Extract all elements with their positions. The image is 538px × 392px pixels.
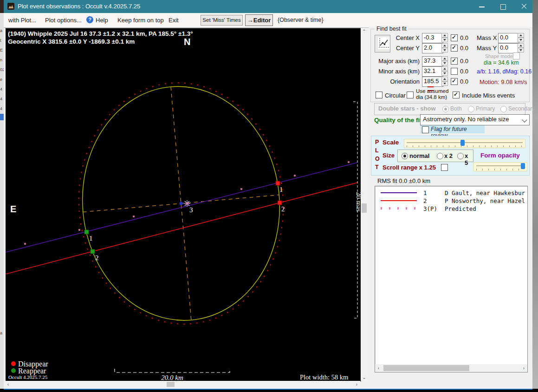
plot-vscrollbar[interactable]: ⌃ ⌄: [361, 28, 368, 381]
circular-checkbox[interactable]: [376, 91, 382, 98]
help-icon[interactable]: ?: [86, 16, 93, 23]
observer-row-1[interactable]: 1 D Gault, near Hawkesbur: [375, 189, 527, 197]
size-normal-label: normal: [409, 152, 429, 159]
minor-axis-label: Minor axis (km): [376, 68, 420, 75]
predicted-line-swatch: [381, 207, 417, 209]
mass-y-spinner[interactable]: [518, 43, 524, 52]
minimize-button[interactable]: [474, 0, 490, 13]
center-y-spinner[interactable]: [441, 43, 448, 52]
background-window-titlebar-fragment: [0, 0, 4, 13]
app-window: Plot event observations : Occult v.4.202…: [4, 0, 532, 390]
size-radio-group: normal x 2 x 5: [397, 150, 473, 162]
observer-2-name: P Nosworthy, near Hazel: [445, 197, 525, 204]
shape-model-label: Shape model: [485, 53, 514, 59]
flag-review-checkbox[interactable]: [422, 126, 429, 133]
center-x-lock-checkbox[interactable]: [451, 34, 458, 41]
control-panel: Find best fit Center X -0.3 0.0 Ma: [369, 27, 532, 389]
orientation-spinner[interactable]: [441, 77, 448, 86]
minor-axis-input[interactable]: 32.1: [422, 66, 443, 77]
scroll-left-icon[interactable]: ‹: [5, 381, 12, 388]
scale-slider-ticks: [407, 145, 523, 147]
major-axis-input[interactable]: 37.3: [422, 56, 443, 66]
mass-x-label: Mass X: [477, 34, 496, 41]
orientation-input[interactable]: 185.5: [422, 77, 443, 87]
set-miss-times-button[interactable]: Set 'Miss' Times: [201, 15, 243, 26]
reappear-marker-2[interactable]: [91, 249, 95, 254]
disappear-marker-1[interactable]: [276, 181, 280, 185]
maximize-button[interactable]: [495, 0, 511, 13]
menu-with-plot[interactable]: with Plot...: [8, 17, 36, 24]
close-button[interactable]: [516, 0, 532, 13]
mass-x-input[interactable]: 0.0: [498, 33, 519, 43]
center-x-spinner[interactable]: [441, 33, 448, 42]
size-x5-radio[interactable]: [457, 153, 464, 159]
center-y-lock-checkbox[interactable]: [451, 45, 458, 52]
scroll-range-checkbox[interactable]: [441, 164, 448, 171]
use-assumed-checkbox[interactable]: [407, 91, 414, 98]
observer-list-hscrollbar[interactable]: ‹ ›: [375, 364, 527, 372]
observer-list[interactable]: 1 D Gault, near Hawkesbur 2 P Nosworthy,…: [375, 186, 528, 372]
observer-time-label: {Observer & time}: [278, 17, 324, 23]
predicted-star-marker[interactable]: [184, 200, 190, 207]
double-primary-radio[interactable]: [468, 106, 474, 112]
vscroll-thumb[interactable]: [362, 203, 367, 213]
double-both-radio[interactable]: [442, 106, 449, 112]
disappear-marker-2[interactable]: [278, 201, 282, 205]
rms-label: RMS fit 0.0 ±0.0 km: [377, 177, 430, 184]
desktop-right-strip: [532, 0, 538, 392]
app-icon: [7, 3, 14, 10]
chevron-down-icon: [522, 117, 527, 122]
menu-help[interactable]: Help: [96, 17, 108, 24]
center-y-input[interactable]: 2.0: [422, 43, 443, 53]
orientation-lock-checkbox[interactable]: [451, 78, 458, 85]
minor-axis-lock-checkbox[interactable]: [451, 68, 458, 75]
editor-button[interactable]: →Editor: [245, 14, 273, 26]
plot-title-line2: Geocentric X 3815.6 ±0.0 Y -1869.3 ±0.1 …: [8, 38, 135, 45]
reappear-marker-1[interactable]: [84, 230, 89, 234]
size-normal-radio[interactable]: [402, 153, 408, 159]
titlebar: Plot event observations : Occult v.4.202…: [4, 0, 532, 13]
observer-1-name: D Gault, near Hawkesbur: [445, 189, 525, 196]
scroll-right-icon[interactable]: ›: [353, 381, 360, 388]
size-x2-radio[interactable]: [437, 153, 443, 159]
plot-width-label: Plot width: 58 km: [300, 373, 349, 381]
list-scroll-left-icon[interactable]: ‹: [375, 365, 382, 372]
minor-axis-lock-value: 0.0: [460, 68, 468, 75]
center-x-input[interactable]: -0.3: [422, 33, 443, 43]
quality-label: Quality of the fit: [374, 117, 422, 124]
size-x2-label: x 2: [444, 152, 453, 159]
list-hscroll-thumb[interactable]: [383, 365, 469, 371]
list-scroll-right-icon[interactable]: ›: [520, 365, 527, 372]
major-axis-spinner[interactable]: [441, 56, 448, 65]
observer-3-name: Predicted: [445, 205, 476, 212]
shape-model-checkbox[interactable]: [513, 52, 520, 59]
major-axis-lock-checkbox[interactable]: [451, 58, 458, 65]
mass-x-spinner[interactable]: [518, 33, 524, 42]
menubar: with Plot... Plot options... ? Help Keep…: [4, 13, 532, 28]
form-opacity-slider[interactable]: [473, 162, 527, 171]
chord-2-line-swatch: [381, 200, 417, 201]
plot-controls-panel: P L O T Scale Size normal x 2 x 5 Form o…: [371, 136, 530, 176]
scale-slider[interactable]: [404, 139, 525, 148]
plot-hscrollbar[interactable]: ‹ ›: [5, 381, 360, 388]
use-assumed-label-2: dia (34.8 km): [416, 94, 447, 100]
disappear-label-1: 1: [279, 186, 283, 193]
disappear-dot-icon: [11, 361, 16, 366]
scroll-up-icon[interactable]: ⌃: [361, 28, 368, 35]
reappear-label-1: 1: [89, 235, 93, 242]
maximize-icon: [500, 4, 506, 10]
minor-axis-spinner[interactable]: [441, 66, 448, 76]
menu-plot-options[interactable]: Plot options...: [45, 17, 82, 24]
hscroll-thumb[interactable]: [167, 382, 175, 387]
menu-exit[interactable]: Exit: [169, 17, 179, 24]
size-x5-label: x 5: [465, 152, 473, 166]
desktop: a t E n 02 e 4 4 4 a Plot event observat…: [0, 0, 538, 392]
mass-y-input[interactable]: 0.0: [498, 43, 519, 53]
include-miss-checkbox[interactable]: [453, 91, 460, 98]
observer-row-3[interactable]: 3(P) Predicted: [375, 205, 527, 213]
menu-keep-on-top[interactable]: Keep form on top: [117, 17, 164, 24]
scroll-down-icon[interactable]: ⌄: [361, 374, 368, 381]
quality-dropdown[interactable]: Astrometry only. No reliable size: [420, 114, 530, 125]
double-secondary-radio[interactable]: [500, 106, 507, 112]
observer-row-2[interactable]: 2 P Nosworthy, near Hazel: [375, 197, 527, 205]
